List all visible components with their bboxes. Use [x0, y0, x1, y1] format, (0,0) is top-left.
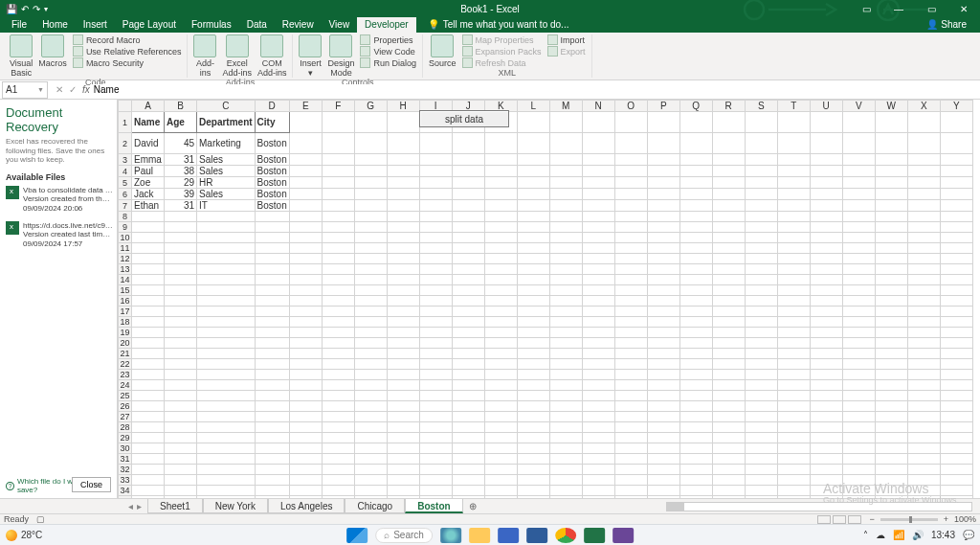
cell-S14[interactable] — [745, 275, 777, 285]
cell-H31[interactable] — [387, 454, 419, 465]
cell-L1[interactable] — [517, 112, 549, 133]
cell-O15[interactable] — [614, 285, 647, 296]
cell-A27[interactable] — [132, 412, 165, 422]
cell-E21[interactable] — [289, 349, 322, 359]
run-dialog-button[interactable]: Run Dialog — [360, 57, 416, 68]
cell-O3[interactable] — [614, 154, 647, 166]
cell-I29[interactable] — [419, 433, 452, 443]
cell-R24[interactable] — [712, 380, 745, 391]
cell-D23[interactable] — [255, 370, 289, 380]
cell-L26[interactable] — [517, 401, 549, 412]
cell-A23[interactable] — [132, 370, 165, 380]
cell-M16[interactable] — [549, 296, 582, 307]
cell-T5[interactable] — [777, 177, 810, 189]
cell-W22[interactable] — [875, 359, 907, 370]
cell-X5[interactable] — [907, 177, 940, 189]
cell-Q4[interactable] — [679, 166, 712, 177]
cell-U24[interactable] — [810, 380, 842, 391]
cell-P17[interactable] — [647, 307, 679, 317]
cell-X16[interactable] — [907, 296, 940, 307]
cell-A22[interactable] — [132, 359, 165, 370]
cell-C9[interactable] — [197, 222, 256, 233]
cell-H7[interactable] — [387, 200, 419, 212]
cell-R8[interactable] — [712, 212, 745, 222]
cell-F17[interactable] — [322, 307, 354, 317]
cell-W16[interactable] — [875, 296, 907, 307]
cell-D17[interactable] — [255, 307, 289, 317]
cell-R1[interactable] — [712, 112, 745, 133]
cell-D3[interactable]: Boston — [255, 154, 289, 166]
sheet-tab-los-angeles[interactable]: Los Angeles — [268, 499, 345, 513]
cell-L6[interactable] — [517, 189, 549, 200]
cell-Q17[interactable] — [679, 307, 712, 317]
tab-formulas[interactable]: Formulas — [184, 17, 239, 33]
cell-V32[interactable] — [842, 465, 875, 475]
cell-M28[interactable] — [549, 422, 582, 433]
cell-L18[interactable] — [517, 317, 549, 328]
cell-Y30[interactable] — [940, 443, 972, 454]
cell-X12[interactable] — [907, 254, 940, 264]
cell-O13[interactable] — [614, 264, 647, 275]
cell-N27[interactable] — [582, 412, 614, 422]
cell-H29[interactable] — [387, 433, 419, 443]
cell-D20[interactable] — [255, 338, 289, 349]
cell-U19[interactable] — [810, 328, 842, 338]
cell-P20[interactable] — [647, 338, 679, 349]
cell-T9[interactable] — [777, 222, 810, 233]
cell-E16[interactable] — [289, 296, 322, 307]
cell-G15[interactable] — [354, 285, 387, 296]
cell-C17[interactable] — [197, 307, 256, 317]
cell-E9[interactable] — [289, 222, 322, 233]
row-header-35[interactable]: 35 — [119, 496, 132, 499]
cell-I4[interactable] — [419, 166, 452, 177]
cell-R17[interactable] — [712, 307, 745, 317]
cell-S10[interactable] — [745, 233, 777, 243]
qat-dropdown-icon[interactable]: ▾ — [44, 5, 48, 13]
cell-E14[interactable] — [289, 275, 322, 285]
cell-T28[interactable] — [777, 422, 810, 433]
cell-S2[interactable] — [745, 133, 777, 154]
cell-M24[interactable] — [549, 380, 582, 391]
cell-E27[interactable] — [289, 412, 322, 422]
cell-G17[interactable] — [354, 307, 387, 317]
cell-P10[interactable] — [647, 233, 679, 243]
cell-P14[interactable] — [647, 275, 679, 285]
cell-O21[interactable] — [614, 349, 647, 359]
cell-F11[interactable] — [322, 243, 354, 254]
cell-O30[interactable] — [614, 443, 647, 454]
cell-P31[interactable] — [647, 454, 679, 465]
cell-Y32[interactable] — [940, 465, 972, 475]
tab-view[interactable]: View — [322, 17, 358, 33]
cell-F32[interactable] — [322, 465, 354, 475]
cell-W14[interactable] — [875, 275, 907, 285]
cell-J13[interactable] — [452, 264, 484, 275]
cell-U26[interactable] — [810, 401, 842, 412]
cell-A6[interactable]: Jack — [132, 189, 165, 200]
cell-B13[interactable] — [165, 264, 197, 275]
normal-view-button[interactable] — [817, 515, 831, 524]
cell-F9[interactable] — [322, 222, 354, 233]
cell-K26[interactable] — [484, 401, 517, 412]
cell-G28[interactable] — [354, 422, 387, 433]
record-macro-button[interactable]: Record Macro — [73, 34, 182, 45]
row-header-23[interactable]: 23 — [119, 370, 132, 380]
cell-D9[interactable] — [255, 222, 289, 233]
cell-I10[interactable] — [419, 233, 452, 243]
cell-A2[interactable]: David — [132, 133, 165, 154]
cell-U1[interactable] — [810, 112, 842, 133]
cell-E3[interactable] — [289, 154, 322, 166]
cell-U17[interactable] — [810, 307, 842, 317]
cell-L21[interactable] — [517, 349, 549, 359]
cell-E13[interactable] — [289, 264, 322, 275]
cell-H23[interactable] — [387, 370, 419, 380]
row-header-1[interactable]: 1 — [119, 112, 132, 133]
tray-cloud-icon[interactable]: ☁ — [876, 530, 885, 540]
cell-F6[interactable] — [322, 189, 354, 200]
start-button[interactable] — [346, 528, 368, 543]
row-header-30[interactable]: 30 — [119, 443, 132, 454]
cell-Y9[interactable] — [940, 222, 972, 233]
cell-K22[interactable] — [484, 359, 517, 370]
cell-C4[interactable]: Sales — [197, 166, 256, 177]
cell-C23[interactable] — [197, 370, 256, 380]
cell-F22[interactable] — [322, 359, 354, 370]
